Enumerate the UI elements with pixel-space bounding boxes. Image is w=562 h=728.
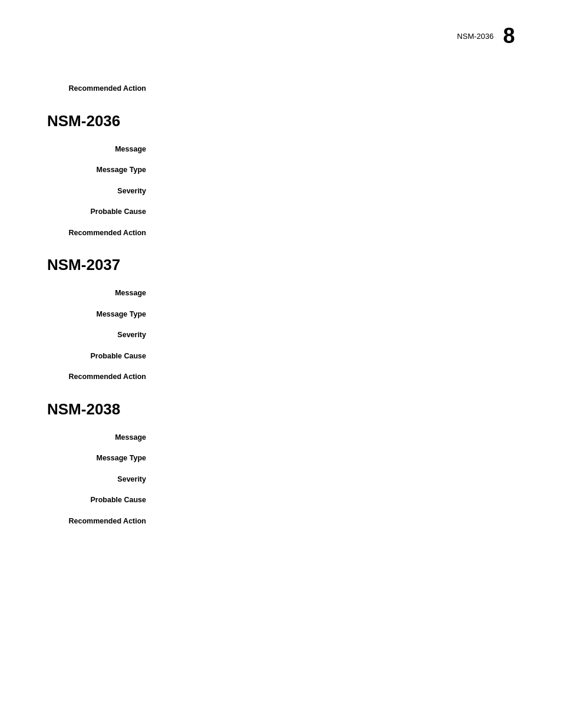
- field-row-NSM-2038-2: Severity: [35, 475, 527, 485]
- field-label-NSM-2036-1: Message Type: [47, 165, 153, 176]
- field-label-NSM-2036-2: Severity: [47, 186, 153, 197]
- field-label-NSM-2036-3: Probable Cause: [47, 207, 153, 218]
- intro-recommended-action-row: Recommended Action: [35, 84, 527, 94]
- field-label-NSM-2038-4: Recommended Action: [47, 516, 153, 527]
- field-value-NSM-2037-2: [153, 330, 527, 341]
- field-row-NSM-2036-1: Message Type: [35, 165, 527, 176]
- field-value-NSM-2036-3: [153, 207, 527, 218]
- field-row-NSM-2038-3: Probable Cause: [35, 495, 527, 506]
- field-value-NSM-2037-0: [153, 288, 527, 299]
- field-label-NSM-2037-3: Probable Cause: [47, 351, 153, 362]
- page-number: 8: [503, 24, 515, 48]
- field-value-NSM-2037-1: [153, 309, 527, 320]
- field-label-NSM-2038-1: Message Type: [47, 453, 153, 464]
- field-label-NSM-2037-1: Message Type: [47, 309, 153, 320]
- section-heading-NSM-2037: NSM-2037: [35, 256, 527, 274]
- section-heading-NSM-2038: NSM-2038: [35, 400, 527, 419]
- intro-recommended-action-value: [153, 84, 527, 94]
- field-value-NSM-2038-0: [153, 433, 527, 443]
- field-value-NSM-2038-4: [153, 516, 527, 527]
- field-row-NSM-2038-4: Recommended Action: [35, 516, 527, 527]
- sections-container: NSM-2036MessageMessage TypeSeverityProba…: [35, 112, 527, 527]
- page-header: NSM-2036 8: [35, 24, 527, 48]
- field-value-NSM-2037-4: [153, 372, 527, 383]
- document-id: NSM-2036: [457, 32, 494, 41]
- field-row-NSM-2037-0: Message: [35, 288, 527, 299]
- field-row-NSM-2037-4: Recommended Action: [35, 372, 527, 383]
- field-label-NSM-2038-0: Message: [47, 433, 153, 443]
- intro-recommended-action-label: Recommended Action: [47, 84, 153, 94]
- field-row-NSM-2036-3: Probable Cause: [35, 207, 527, 218]
- field-row-NSM-2036-2: Severity: [35, 186, 527, 197]
- field-label-NSM-2037-4: Recommended Action: [47, 372, 153, 383]
- field-row-NSM-2036-0: Message: [35, 144, 527, 155]
- field-row-NSM-2038-1: Message Type: [35, 453, 527, 464]
- field-row-NSM-2038-0: Message: [35, 433, 527, 443]
- field-value-NSM-2037-3: [153, 351, 527, 362]
- field-value-NSM-2036-1: [153, 165, 527, 176]
- field-label-NSM-2038-3: Probable Cause: [47, 495, 153, 506]
- field-value-NSM-2036-2: [153, 186, 527, 197]
- field-label-NSM-2037-0: Message: [47, 288, 153, 299]
- field-label-NSM-2036-4: Recommended Action: [47, 228, 153, 239]
- section-heading-NSM-2036: NSM-2036: [35, 112, 527, 130]
- field-row-NSM-2036-4: Recommended Action: [35, 228, 527, 239]
- field-row-NSM-2037-1: Message Type: [35, 309, 527, 320]
- field-value-NSM-2038-2: [153, 475, 527, 485]
- field-value-NSM-2036-0: [153, 144, 527, 155]
- field-value-NSM-2038-3: [153, 495, 527, 506]
- field-row-NSM-2037-3: Probable Cause: [35, 351, 527, 362]
- field-label-NSM-2036-0: Message: [47, 144, 153, 155]
- field-value-NSM-2036-4: [153, 228, 527, 239]
- field-value-NSM-2038-1: [153, 453, 527, 464]
- field-label-NSM-2037-2: Severity: [47, 330, 153, 341]
- field-label-NSM-2038-2: Severity: [47, 475, 153, 485]
- field-row-NSM-2037-2: Severity: [35, 330, 527, 341]
